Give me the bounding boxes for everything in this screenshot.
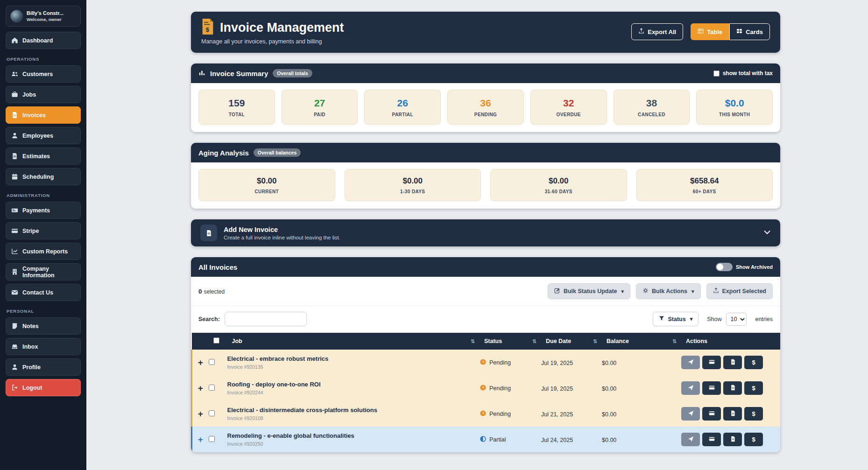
send-invoice-button[interactable]: [681, 356, 700, 369]
charge-button[interactable]: [744, 356, 763, 369]
record-payment-button[interactable]: [702, 381, 721, 395]
sidebar-item-inbox[interactable]: Inbox: [6, 338, 81, 355]
row-checkbox[interactable]: [209, 359, 215, 365]
expand-row-button[interactable]: [198, 384, 203, 393]
export-selected-button[interactable]: Export Selected: [706, 283, 773, 299]
aging-value: $0.00: [201, 176, 333, 186]
cards-view-button[interactable]: Cards: [729, 23, 770, 40]
view-invoice-button[interactable]: [723, 407, 742, 421]
table-row[interactable]: Remodeling - e-enable global functionali…: [192, 427, 781, 452]
file-icon: [200, 224, 217, 241]
sidebar-item-logout[interactable]: Logout: [6, 379, 81, 396]
company-logo: [10, 10, 23, 22]
bulk-status-update-button[interactable]: Bulk Status Update: [548, 283, 630, 299]
sidebar-item-employees[interactable]: Employees: [6, 127, 81, 144]
selected-count: 0: [198, 288, 202, 295]
sort-icon[interactable]: [471, 338, 475, 344]
table-row[interactable]: Electrical - embrace robust metrics Invo…: [192, 350, 781, 375]
row-checkbox[interactable]: [209, 385, 215, 391]
stat-value: 159: [201, 98, 273, 109]
sidebar-item-payments[interactable]: Payments: [6, 202, 81, 219]
sort-icon[interactable]: [532, 338, 536, 344]
add-invoice-subtitle: Create a full invoice inline without lea…: [224, 235, 340, 240]
record-payment-button[interactable]: [702, 356, 721, 369]
select-all-checkbox[interactable]: [213, 337, 219, 344]
export-icon: [713, 288, 719, 295]
sidebar-item-scheduling[interactable]: Scheduling: [6, 168, 81, 185]
sidebar-item-profile[interactable]: Profile: [6, 358, 81, 376]
svg-text:$: $: [205, 26, 209, 33]
sidebar-item-customers[interactable]: Customers: [6, 65, 81, 83]
status-filter-button[interactable]: Status: [653, 312, 699, 326]
charge-button[interactable]: [744, 407, 763, 421]
sidebar: Billy's Constr... Welcome, owner Dashboa…: [0, 0, 86, 470]
row-checkbox[interactable]: [209, 410, 215, 416]
sidebar-item-jobs[interactable]: Jobs: [6, 86, 81, 103]
sort-icon[interactable]: [672, 338, 677, 344]
export-all-button[interactable]: Export All: [631, 23, 683, 40]
invoice-summary-section: Invoice Summary Overall totals show tota…: [191, 63, 780, 132]
chevron-down-icon[interactable]: [763, 229, 771, 237]
job-title[interactable]: Remodeling - e-enable global functionali…: [227, 432, 480, 439]
view-invoice-button[interactable]: [723, 433, 742, 446]
clock-icon: [480, 410, 487, 418]
sidebar-item-notes[interactable]: Notes: [6, 317, 81, 335]
charge-button[interactable]: [744, 433, 763, 446]
show-archived-toggle[interactable]: [716, 263, 733, 271]
table-row[interactable]: Roofing - deploy one-to-one ROI Invoice …: [192, 375, 781, 401]
dollar-icon: [752, 436, 755, 443]
show-archived-label: Show Archived: [736, 264, 773, 270]
record-payment-button[interactable]: [702, 433, 721, 446]
aging-label: CURRENT: [201, 189, 333, 194]
add-new-invoice-bar[interactable]: Add New Invoice Create a full invoice in…: [191, 219, 780, 246]
invoice-number: Invoice #920135: [227, 364, 480, 370]
logout-icon: [11, 384, 18, 392]
show-total-with-tax-checkbox[interactable]: [713, 70, 720, 77]
search-input[interactable]: [225, 312, 307, 326]
stat-label: PENDING: [450, 112, 522, 117]
page-size-select[interactable]: 10: [726, 313, 747, 326]
bulk-actions-button[interactable]: Bulk Actions: [636, 283, 700, 299]
due-date: Jul 19, 2025: [541, 360, 573, 366]
job-title[interactable]: Roofing - deploy one-to-one ROI: [227, 381, 480, 388]
sidebar-item-dashboard[interactable]: Dashboard: [6, 32, 81, 49]
file-invoice-icon: [11, 112, 18, 119]
sidebar-item-invoices[interactable]: Invoices: [6, 106, 81, 124]
envelope-icon: [11, 289, 18, 296]
due-date: Jul 19, 2025: [541, 386, 573, 392]
job-title[interactable]: Electrical - disintermediate cross-platf…: [227, 407, 480, 414]
view-invoice-button[interactable]: [723, 381, 742, 395]
column-label: Due Date: [546, 338, 571, 344]
status-text: Pending: [489, 411, 511, 417]
sort-icon[interactable]: [593, 338, 597, 344]
invoice-number: Invoice #920108: [227, 415, 480, 421]
sidebar-item-company-information[interactable]: Company Information: [6, 263, 81, 281]
table-view-button[interactable]: Table: [691, 23, 729, 40]
send-invoice-button[interactable]: [681, 407, 700, 421]
column-header-balance[interactable]: Balance: [602, 333, 681, 350]
sidebar-item-custom-reports[interactable]: Custom Reports: [6, 243, 81, 260]
expand-row-button[interactable]: [198, 409, 203, 418]
user-card[interactable]: Billy's Constr... Welcome, owner: [6, 6, 81, 27]
bulk-actions-row: 0selected Bulk Status Update Bulk Action…: [191, 277, 780, 306]
sidebar-item-estimates[interactable]: Estimates: [6, 147, 81, 165]
job-title[interactable]: Electrical - embrace robust metrics: [227, 355, 480, 362]
send-invoice-button[interactable]: [681, 381, 700, 395]
row-checkbox[interactable]: [209, 436, 215, 442]
credit-card-icon: [709, 436, 715, 443]
record-payment-button[interactable]: [702, 407, 721, 421]
column-header-due-date[interactable]: Due Date: [541, 333, 602, 350]
column-header-actions: Actions: [681, 333, 780, 350]
sidebar-item-label: Inbox: [22, 344, 38, 350]
sidebar-item-contact-us[interactable]: Contact Us: [6, 284, 81, 301]
sidebar-item-stripe[interactable]: Stripe: [6, 222, 81, 239]
view-invoice-button[interactable]: [723, 356, 742, 369]
expand-row-button[interactable]: [198, 358, 203, 367]
table-row[interactable]: Electrical - disintermediate cross-platf…: [192, 401, 781, 427]
column-header-job[interactable]: Job: [227, 333, 480, 350]
send-invoice-button[interactable]: [681, 433, 700, 446]
column-header-status[interactable]: Status: [480, 333, 541, 350]
calendar-icon: [11, 173, 18, 181]
charge-button[interactable]: [744, 381, 763, 395]
expand-row-button[interactable]: [198, 435, 203, 444]
